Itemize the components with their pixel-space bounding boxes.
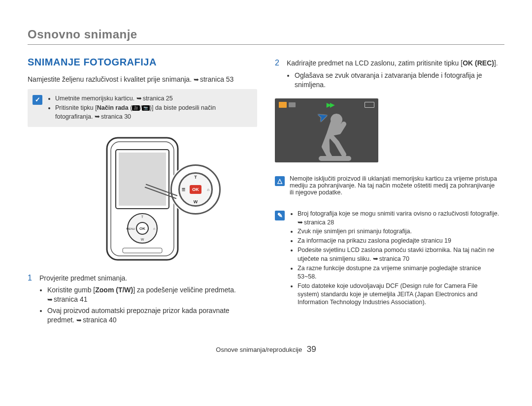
- page-footer: Osnove snimanja/reprodukcije 39: [28, 344, 504, 354]
- control-ring: T W ☰ ⌂ OK: [178, 172, 213, 207]
- note1-item1: Umetnite memorijsku karticu. stranica 25: [55, 94, 250, 103]
- step-body: Provjerite predmet snimanja. Koristite g…: [39, 274, 257, 327]
- info-item-5: Foto datoteke koje udovoljavaju DCF (Des…: [298, 282, 499, 307]
- left-column: SNIMANJE FOTOGRAFIJA Namjestite željenu …: [28, 52, 257, 330]
- two-column-layout: SNIMANJE FOTOGRAFIJA Namjestite željenu …: [28, 52, 504, 330]
- battery-icon: [365, 102, 374, 108]
- step-number: 1: [28, 274, 34, 327]
- page-ref-icon: [373, 255, 379, 262]
- page-title: Osnovno snimanje: [28, 28, 504, 41]
- info-item-4: Za razne funkcije dostupne za vrijeme sn…: [298, 264, 499, 281]
- zoom-t-label: T: [194, 175, 197, 180]
- footer-chapter: Osnove snimanja/reprodukcije: [216, 346, 302, 353]
- page-number: 39: [307, 344, 316, 354]
- sd-card-icon: [279, 102, 287, 108]
- page-ref-icon: [47, 295, 54, 303]
- intro-ref: stranica 53: [200, 75, 233, 83]
- photo-mode-icon: 📷: [142, 105, 150, 111]
- warning-icon: △: [275, 176, 285, 186]
- lcd-screen-preview: ▶▶ ➤: [275, 98, 378, 162]
- info-item-3: Podesite svjetlinu LCD zaslona pomoću st…: [298, 246, 499, 263]
- zoom-w-label: W: [194, 199, 198, 204]
- svg-text:⌂: ⌂: [153, 227, 155, 230]
- step-body: Kadrirajte predmet na LCD zaslonu, zatim…: [287, 59, 504, 92]
- ok-rec-button: OK: [190, 185, 201, 194]
- screen-status-bar: ▶▶: [279, 101, 374, 108]
- svg-text:MENU: MENU: [126, 227, 135, 230]
- info-item-2: Za informacije na prikazu zaslona pogled…: [298, 237, 499, 245]
- svg-rect-11: [123, 248, 162, 253]
- manual-page: Osnovno snimanje SNIMANJE FOTOGRAFIJA Na…: [0, 0, 532, 362]
- step-1: 1 Provjerite predmet snimanja. Koristite…: [28, 274, 257, 327]
- page-ref-icon: [136, 95, 143, 102]
- info-note: ✎ Broj fotografija koje se mogu snimiti …: [275, 207, 504, 311]
- video-mode-icon: 🎥: [132, 105, 140, 111]
- svg-text:W: W: [141, 238, 144, 241]
- step-2: 2 Kadrirajte predmet na LCD zaslonu, zat…: [275, 59, 504, 92]
- page-ref-icon: [194, 75, 200, 83]
- camera-mode-icon: [289, 102, 296, 107]
- intro-text: Namjestite željenu razlučivost i kvalite…: [28, 75, 194, 83]
- intro-paragraph: Namjestite željenu razlučivost i kvalite…: [28, 75, 257, 84]
- ok-button-callout: T W ☰ ⌂ OK: [170, 164, 221, 215]
- step1-bullet1: Koristite gumb [Zoom (T/W)] za podešenje…: [47, 285, 257, 304]
- info-content: Broj fotografija koje se mogu snimiti va…: [290, 210, 499, 308]
- step2-bullet1: Oglašava se zvuk otvaranja i zatvaranja …: [295, 71, 504, 90]
- step1-text: Provjerite predmet snimanja.: [39, 274, 127, 282]
- prerequisite-note: ✓ Umetnite memorijsku karticu. stranica …: [28, 89, 257, 127]
- note1-item2: Pritisnite tipku [Način rada (🎥/📷)] da b…: [55, 104, 250, 121]
- right-column: 2 Kadrirajte predmet na LCD zaslonu, zat…: [275, 52, 504, 330]
- title-rule: [28, 44, 504, 45]
- device-illustration: OK T W MENU ⌂ T W ☰ ⌂ OK: [28, 135, 257, 263]
- info-item-0: Broj fotografija koje se mogu snimiti va…: [298, 210, 499, 227]
- svg-text:T: T: [141, 215, 144, 219]
- info-icon: ✎: [275, 211, 285, 220]
- menu-label: ☰: [182, 187, 185, 191]
- warning-text: Nemojte isključiti proizvod ili uklanjat…: [290, 175, 499, 196]
- step-number: 2: [275, 59, 282, 92]
- step1-bullet2: Ovaj proizvod automatski prepoznaje priz…: [47, 306, 257, 325]
- svg-rect-3: [119, 153, 166, 206]
- note-content: Umetnite memorijsku karticu. stranica 25…: [47, 94, 250, 122]
- warning-note: △ Nemojte isključiti proizvod ili uklanj…: [275, 172, 504, 199]
- info-item-1: Zvuk nije snimljen pri snimanju fotograf…: [298, 227, 499, 236]
- home-label: ⌂: [207, 187, 209, 191]
- skateboarder-icon: [314, 112, 359, 161]
- page-ref-icon: [298, 219, 304, 226]
- fast-forward-icon: ▶▶: [327, 101, 333, 108]
- page-ref-icon: [76, 316, 83, 324]
- section-title: SNIMANJE FOTOGRAFIJA: [28, 57, 257, 68]
- page-ref-icon: [95, 113, 101, 120]
- svg-text:OK: OK: [139, 226, 145, 231]
- check-icon: ✓: [33, 95, 42, 105]
